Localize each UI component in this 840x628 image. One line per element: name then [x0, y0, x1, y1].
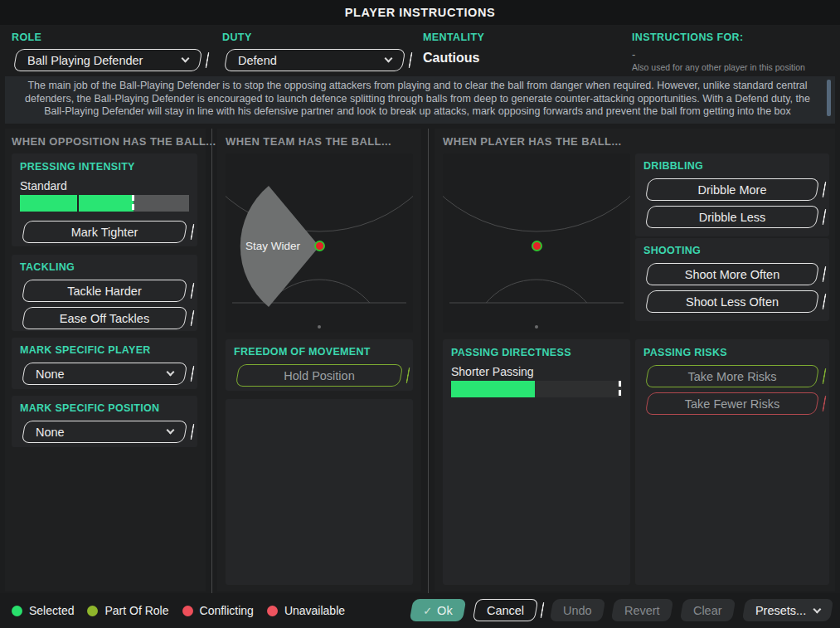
- team-pitch-instruction: Stay Wider: [236, 240, 309, 252]
- passing-marker: [619, 381, 621, 397]
- ease-off-tackles-button[interactable]: Ease Off Tackles: [22, 307, 188, 329]
- pressing-divider: [77, 195, 79, 212]
- instructions-for-label: INSTRUCTIONS FOR:: [632, 32, 805, 43]
- dribble-more-button[interactable]: Dribble More: [645, 178, 820, 201]
- role-value: Ball Playing Defender: [27, 54, 143, 67]
- mentality-label: MENTALITY: [423, 32, 484, 43]
- team-pitch[interactable]: Stay Wider: [226, 153, 413, 333]
- mark-specific-player-dropdown[interactable]: None: [22, 363, 188, 385]
- freedom-of-movement-card: FREEDOM OF MOVEMENT Hold Position: [226, 339, 413, 391]
- instructions-for-group: INSTRUCTIONS FOR: - Also used for any ot…: [632, 32, 805, 72]
- part-of-role-dot-icon: [87, 606, 98, 616]
- shoot-less-often-button[interactable]: Shoot Less Often: [645, 290, 820, 313]
- tackling-card: TACKLING Tackle Harder Ease Off Tackles: [12, 255, 197, 331]
- pressing-label: PRESSING INTENSITY: [20, 161, 189, 173]
- role-dropdown[interactable]: Ball Playing Defender: [13, 49, 203, 71]
- column-divider: [211, 129, 212, 596]
- freedom-of-movement-label: FREEDOM OF MOVEMENT: [234, 346, 405, 358]
- player-instructions-dialog: PLAYER INSTRUCTIONS ROLE Ball Playing De…: [0, 0, 840, 628]
- mark-specific-position-label: MARK SPECIFIC POSITION: [20, 402, 189, 414]
- pressing-value: Standard: [20, 179, 189, 192]
- revert-button[interactable]: Revert: [611, 599, 673, 621]
- player-pitch[interactable]: [443, 153, 630, 333]
- title-bar: PLAYER INSTRUCTIONS: [0, 0, 840, 25]
- role-description: The main job of the Ball-Playing Defende…: [5, 76, 835, 124]
- player-position-dot[interactable]: [314, 241, 325, 251]
- legend-item-unavailable: Unavailable: [267, 604, 345, 617]
- mark-specific-position-card: MARK SPECIFIC POSITION None: [12, 396, 197, 447]
- unavailable-dot-icon: [267, 606, 278, 616]
- hold-position-button[interactable]: Hold Position: [235, 364, 404, 387]
- pressing-fill: [20, 195, 134, 212]
- dribble-less-button[interactable]: Dribble Less: [645, 206, 820, 228]
- duty-value: Defend: [238, 54, 277, 67]
- instructions-for-note: Also used for any other player in this p…: [632, 62, 805, 72]
- passing-directness-card: PASSING DIRECTNESS Shorter Passing: [443, 339, 630, 585]
- opposition-header: WHEN OPPOSITION HAS THE BALL...: [12, 135, 216, 148]
- pressing-marker: [132, 195, 134, 212]
- mentality-value: Cautious: [423, 51, 484, 66]
- selected-dot-icon: [12, 606, 22, 616]
- shooting-label: SHOOTING: [643, 245, 821, 256]
- player-header: WHEN PLAYER HAS THE BALL...: [443, 135, 621, 148]
- ok-button[interactable]: ✓Ok: [409, 599, 466, 621]
- description-scrollbar[interactable]: [827, 80, 831, 116]
- column-divider: [428, 129, 429, 596]
- duty-group: DUTY Defend: [222, 32, 404, 71]
- pitch-graphic: [226, 153, 413, 324]
- shooting-card: SHOOTING Shoot More Often Shoot Less Oft…: [635, 238, 829, 321]
- undo-button[interactable]: Undo: [549, 599, 605, 621]
- mark-specific-position-dropdown[interactable]: None: [22, 421, 188, 443]
- role-group: ROLE Ball Playing Defender: [12, 32, 201, 71]
- pressing-bar[interactable]: [20, 195, 189, 212]
- presets-dropdown[interactable]: Presets...: [741, 599, 833, 621]
- action-buttons: ✓Ok Cancel Undo Revert Clear Presets...: [411, 599, 832, 621]
- page-title: PLAYER INSTRUCTIONS: [345, 6, 496, 19]
- legend-item-conflicting: Conflicting: [182, 604, 254, 617]
- passing-risks-label: PASSING RISKS: [643, 347, 821, 358]
- passing-directness-label: PASSING DIRECTNESS: [451, 347, 622, 358]
- chevron-down-icon: [167, 426, 175, 435]
- passing-directness-bar[interactable]: [451, 381, 622, 397]
- tackling-label: TACKLING: [20, 261, 189, 273]
- duty-dropdown[interactable]: Defend: [224, 49, 406, 71]
- tackle-harder-button[interactable]: Tackle Harder: [22, 280, 188, 302]
- take-more-risks-button[interactable]: Take More Risks: [645, 365, 820, 387]
- check-icon: ✓: [423, 604, 432, 616]
- shoot-more-often-button[interactable]: Shoot More Often: [645, 263, 820, 285]
- dribbling-label: DRIBBLING: [643, 160, 821, 172]
- legend: Selected Part Of Role Conflicting Unavai…: [12, 604, 345, 617]
- team-empty-card: [226, 399, 413, 585]
- mentality-group: MENTALITY Cautious: [423, 32, 484, 66]
- take-fewer-risks-button[interactable]: Take Fewer Risks: [645, 392, 820, 415]
- page-indicator-dot: [535, 325, 538, 329]
- legend-item-selected: Selected: [12, 604, 74, 617]
- dribbling-card: DRIBBLING Dribble More Dribble Less: [635, 153, 829, 236]
- team-header: WHEN TEAM HAS THE BALL...: [226, 135, 391, 148]
- passing-directness-value: Shorter Passing: [451, 365, 622, 378]
- chevron-down-icon: [385, 55, 393, 63]
- cancel-button[interactable]: Cancel: [472, 599, 538, 621]
- conflicting-dot-icon: [182, 606, 193, 616]
- chevron-down-icon: [182, 55, 190, 63]
- chevron-down-icon: [813, 605, 822, 613]
- pressing-card: PRESSING INTENSITY Standard Mark Tighter: [12, 153, 197, 246]
- chevron-down-icon: [167, 368, 175, 377]
- mark-specific-player-label: MARK SPECIFIC PLAYER: [20, 344, 189, 356]
- page-indicator-dot: [318, 325, 321, 329]
- passing-risks-card: PASSING RISKS Take More Risks Take Fewer…: [635, 339, 829, 585]
- mark-tighter-button[interactable]: Mark Tighter: [22, 221, 188, 243]
- instructions-for-value: -: [632, 48, 805, 61]
- legend-item-part-of-role: Part Of Role: [87, 604, 168, 617]
- passing-fill: [451, 381, 535, 397]
- mark-specific-player-card: MARK SPECIFIC PLAYER None: [12, 338, 197, 389]
- player-position-dot[interactable]: [532, 241, 542, 251]
- role-label: ROLE: [12, 32, 201, 43]
- clear-button[interactable]: Clear: [680, 599, 736, 621]
- duty-label: DUTY: [222, 32, 404, 43]
- pitch-graphic: [443, 153, 630, 324]
